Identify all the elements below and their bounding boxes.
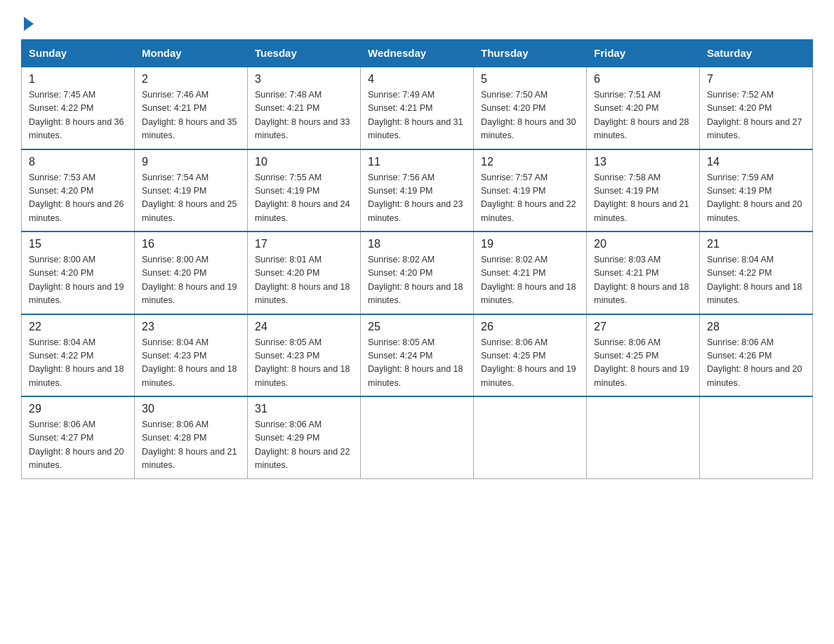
day-info: Sunrise: 8:00 AMSunset: 4:20 PMDaylight:… xyxy=(29,253,127,308)
day-info: Sunrise: 8:06 AMSunset: 4:25 PMDaylight:… xyxy=(594,336,692,391)
calendar-cell: 11Sunrise: 7:56 AMSunset: 4:19 PMDayligh… xyxy=(361,149,474,232)
logo xyxy=(21,14,34,28)
calendar-cell: 5Sunrise: 7:50 AMSunset: 4:20 PMDaylight… xyxy=(474,67,587,149)
calendar-cell: 31Sunrise: 8:06 AMSunset: 4:29 PMDayligh… xyxy=(248,396,361,478)
day-number: 27 xyxy=(594,321,692,333)
day-info: Sunrise: 7:51 AMSunset: 4:20 PMDaylight:… xyxy=(594,88,692,143)
calendar-week-row: 29Sunrise: 8:06 AMSunset: 4:27 PMDayligh… xyxy=(22,396,813,478)
page-header xyxy=(21,14,813,28)
day-info: Sunrise: 7:59 AMSunset: 4:19 PMDaylight:… xyxy=(707,171,805,226)
calendar-cell: 1Sunrise: 7:45 AMSunset: 4:22 PMDaylight… xyxy=(22,67,135,149)
day-info: Sunrise: 7:54 AMSunset: 4:19 PMDaylight:… xyxy=(142,171,240,226)
day-number: 30 xyxy=(142,403,240,415)
calendar-cell: 8Sunrise: 7:53 AMSunset: 4:20 PMDaylight… xyxy=(22,149,135,232)
calendar-week-row: 15Sunrise: 8:00 AMSunset: 4:20 PMDayligh… xyxy=(22,232,813,314)
day-info: Sunrise: 8:01 AMSunset: 4:20 PMDaylight:… xyxy=(255,253,353,308)
calendar-cell: 3Sunrise: 7:48 AMSunset: 4:21 PMDaylight… xyxy=(248,67,361,149)
day-number: 2 xyxy=(142,73,240,86)
day-info: Sunrise: 8:06 AMSunset: 4:26 PMDaylight:… xyxy=(707,336,805,391)
calendar-week-row: 22Sunrise: 8:04 AMSunset: 4:22 PMDayligh… xyxy=(22,314,813,397)
day-info: Sunrise: 8:00 AMSunset: 4:20 PMDaylight:… xyxy=(142,253,240,308)
day-number: 21 xyxy=(707,238,805,250)
day-info: Sunrise: 8:04 AMSunset: 4:22 PMDaylight:… xyxy=(707,253,805,308)
day-number: 10 xyxy=(255,156,353,168)
calendar-cell: 26Sunrise: 8:06 AMSunset: 4:25 PMDayligh… xyxy=(474,314,587,397)
day-info: Sunrise: 7:46 AMSunset: 4:21 PMDaylight:… xyxy=(142,88,240,143)
calendar-cell: 30Sunrise: 8:06 AMSunset: 4:28 PMDayligh… xyxy=(135,396,248,478)
calendar-cell: 6Sunrise: 7:51 AMSunset: 4:20 PMDaylight… xyxy=(587,67,700,149)
calendar-cell: 21Sunrise: 8:04 AMSunset: 4:22 PMDayligh… xyxy=(700,232,813,314)
calendar-header-thursday: Thursday xyxy=(474,40,587,67)
calendar-header-monday: Monday xyxy=(135,40,248,67)
day-info: Sunrise: 8:06 AMSunset: 4:27 PMDaylight:… xyxy=(29,418,127,473)
day-number: 6 xyxy=(594,73,692,86)
calendar-cell: 17Sunrise: 8:01 AMSunset: 4:20 PMDayligh… xyxy=(248,232,361,314)
day-info: Sunrise: 8:02 AMSunset: 4:21 PMDaylight:… xyxy=(481,253,579,308)
calendar-header-saturday: Saturday xyxy=(700,40,813,67)
day-info: Sunrise: 7:57 AMSunset: 4:19 PMDaylight:… xyxy=(481,171,579,226)
day-number: 16 xyxy=(142,238,240,250)
calendar-cell: 24Sunrise: 8:05 AMSunset: 4:23 PMDayligh… xyxy=(248,314,361,397)
calendar-cell: 29Sunrise: 8:06 AMSunset: 4:27 PMDayligh… xyxy=(22,396,135,478)
calendar-week-row: 8Sunrise: 7:53 AMSunset: 4:20 PMDaylight… xyxy=(22,149,813,232)
day-info: Sunrise: 8:06 AMSunset: 4:25 PMDaylight:… xyxy=(481,336,579,391)
day-info: Sunrise: 7:56 AMSunset: 4:19 PMDaylight:… xyxy=(368,171,466,226)
day-info: Sunrise: 8:06 AMSunset: 4:29 PMDaylight:… xyxy=(255,418,353,473)
day-info: Sunrise: 8:06 AMSunset: 4:28 PMDaylight:… xyxy=(142,418,240,473)
calendar-cell xyxy=(587,396,700,478)
day-number: 12 xyxy=(481,156,579,168)
day-info: Sunrise: 8:05 AMSunset: 4:23 PMDaylight:… xyxy=(255,336,353,391)
day-number: 1 xyxy=(29,73,127,86)
day-info: Sunrise: 7:50 AMSunset: 4:20 PMDaylight:… xyxy=(481,88,579,143)
calendar-header-tuesday: Tuesday xyxy=(248,40,361,67)
calendar-cell: 23Sunrise: 8:04 AMSunset: 4:23 PMDayligh… xyxy=(135,314,248,397)
day-number: 26 xyxy=(481,321,579,333)
logo-arrow-icon xyxy=(24,17,34,31)
calendar-cell: 14Sunrise: 7:59 AMSunset: 4:19 PMDayligh… xyxy=(700,149,813,232)
calendar-cell: 16Sunrise: 8:00 AMSunset: 4:20 PMDayligh… xyxy=(135,232,248,314)
calendar-cell: 2Sunrise: 7:46 AMSunset: 4:21 PMDaylight… xyxy=(135,67,248,149)
calendar-header-wednesday: Wednesday xyxy=(361,40,474,67)
calendar-cell: 10Sunrise: 7:55 AMSunset: 4:19 PMDayligh… xyxy=(248,149,361,232)
calendar-header-sunday: Sunday xyxy=(22,40,135,67)
day-number: 9 xyxy=(142,156,240,168)
day-number: 25 xyxy=(368,321,466,333)
day-number: 5 xyxy=(481,73,579,86)
day-number: 4 xyxy=(368,73,466,86)
day-info: Sunrise: 8:05 AMSunset: 4:24 PMDaylight:… xyxy=(368,336,466,391)
day-number: 8 xyxy=(29,156,127,168)
day-number: 23 xyxy=(142,321,240,333)
calendar-cell: 18Sunrise: 8:02 AMSunset: 4:20 PMDayligh… xyxy=(361,232,474,314)
day-number: 15 xyxy=(29,238,127,250)
day-info: Sunrise: 7:53 AMSunset: 4:20 PMDaylight:… xyxy=(29,171,127,226)
day-number: 11 xyxy=(368,156,466,168)
day-info: Sunrise: 7:48 AMSunset: 4:21 PMDaylight:… xyxy=(255,88,353,143)
calendar-week-row: 1Sunrise: 7:45 AMSunset: 4:22 PMDaylight… xyxy=(22,67,813,149)
calendar-cell: 9Sunrise: 7:54 AMSunset: 4:19 PMDaylight… xyxy=(135,149,248,232)
calendar-table: SundayMondayTuesdayWednesdayThursdayFrid… xyxy=(21,39,813,479)
calendar-cell: 7Sunrise: 7:52 AMSunset: 4:20 PMDaylight… xyxy=(700,67,813,149)
day-info: Sunrise: 7:49 AMSunset: 4:21 PMDaylight:… xyxy=(368,88,466,143)
day-info: Sunrise: 8:04 AMSunset: 4:22 PMDaylight:… xyxy=(29,336,127,391)
day-info: Sunrise: 8:04 AMSunset: 4:23 PMDaylight:… xyxy=(142,336,240,391)
calendar-cell: 19Sunrise: 8:02 AMSunset: 4:21 PMDayligh… xyxy=(474,232,587,314)
day-number: 7 xyxy=(707,73,805,86)
day-number: 3 xyxy=(255,73,353,86)
calendar-cell: 28Sunrise: 8:06 AMSunset: 4:26 PMDayligh… xyxy=(700,314,813,397)
day-number: 31 xyxy=(255,403,353,415)
day-number: 14 xyxy=(707,156,805,168)
day-number: 24 xyxy=(255,321,353,333)
day-info: Sunrise: 7:52 AMSunset: 4:20 PMDaylight:… xyxy=(707,88,805,143)
calendar-cell: 4Sunrise: 7:49 AMSunset: 4:21 PMDaylight… xyxy=(361,67,474,149)
day-number: 29 xyxy=(29,403,127,415)
calendar-cell: 15Sunrise: 8:00 AMSunset: 4:20 PMDayligh… xyxy=(22,232,135,314)
day-number: 19 xyxy=(481,238,579,250)
calendar-header-row: SundayMondayTuesdayWednesdayThursdayFrid… xyxy=(22,40,813,67)
day-number: 18 xyxy=(368,238,466,250)
calendar-cell xyxy=(700,396,813,478)
calendar-cell xyxy=(361,396,474,478)
calendar-header-friday: Friday xyxy=(587,40,700,67)
day-number: 28 xyxy=(707,321,805,333)
day-number: 20 xyxy=(594,238,692,250)
calendar-cell: 13Sunrise: 7:58 AMSunset: 4:19 PMDayligh… xyxy=(587,149,700,232)
